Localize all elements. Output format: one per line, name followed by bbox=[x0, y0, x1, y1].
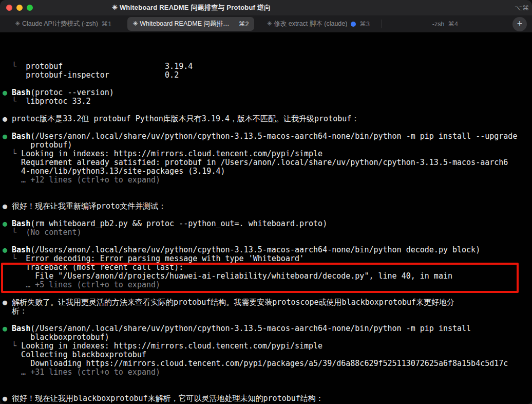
terminal-line: ● Bash(/Users/anon/.local/share/uv/pytho… bbox=[3, 324, 532, 333]
terminal-line: └ Error decoding: Error parsing message … bbox=[3, 254, 532, 263]
terminal-line: └ Looking in indexes: https://mirrors.cl… bbox=[3, 342, 532, 351]
terminal-line: ● protoc版本是33.2但 protobuf Python库版本只有3.1… bbox=[3, 115, 532, 123]
tab-label: ✳ Whiteboard README 问题排查与 P… bbox=[132, 20, 235, 28]
keyboard-shortcut-hint: ⌥⌘ bbox=[515, 0, 529, 15]
terminal-line: Collecting blackboxprotobuf bbox=[3, 351, 532, 359]
message-bullet-icon: ● bbox=[3, 394, 12, 403]
terminal-line: ● Bash(rm whiteboard_pb2.py && protoc --… bbox=[3, 219, 532, 228]
tab-3[interactable]: ✳ 修改 extract 脚本 (claude)⌘3 bbox=[255, 15, 382, 32]
terminal-line: Downloading https://mirrors.cloud.tencen… bbox=[3, 359, 532, 368]
tab-shortcut: ⌘4 bbox=[448, 20, 458, 28]
terminal-line: blackboxprotobuf) bbox=[3, 333, 532, 342]
tool-bullet-icon: ● bbox=[3, 88, 12, 97]
tab-4[interactable]: -zsh⌘4 bbox=[382, 15, 508, 32]
new-tab-button[interactable]: + bbox=[512, 17, 527, 31]
terminal-line: └ Looking in indexes: https://mirrors.cl… bbox=[3, 150, 532, 158]
terminal-line: ● 解析失败了。让我用更灵活的方法来查看实际的protobuf结构。我需要安装p… bbox=[3, 298, 532, 307]
title-bar: ✳ Whiteboard README 问题排查与 Protobuf 逆向 ⌥⌘ bbox=[0, 0, 532, 15]
tab-shortcut: ⌘1 bbox=[102, 20, 111, 28]
close-button[interactable] bbox=[6, 5, 12, 11]
terminal-line bbox=[3, 80, 532, 88]
tab-bar: ✳ Claude API计费模式 (-zsh)⌘1✳ Whiteboard RE… bbox=[0, 15, 532, 33]
terminal-line bbox=[3, 377, 532, 385]
terminal-line: protobuf) bbox=[3, 141, 532, 150]
terminal-line bbox=[3, 237, 532, 246]
terminal-body[interactable]: └ protobuf 3.19.4 protobuf-inspector 0.2… bbox=[0, 33, 532, 404]
terminal-line bbox=[3, 316, 532, 324]
terminal-line: … +5 lines (ctrl+o to expand) bbox=[3, 281, 532, 289]
terminal-line: ● Bash(protoc --version) bbox=[3, 88, 532, 97]
tool-bullet-icon: ● bbox=[3, 324, 12, 333]
terminal-line: └ (No content) bbox=[3, 228, 532, 237]
terminal-window: ✳ Whiteboard README 问题排查与 Protobuf 逆向 ⌥⌘… bbox=[0, 0, 532, 404]
terminal-line: 4-none/lib/python3.13/site-packages (3.1… bbox=[3, 167, 532, 176]
tool-bullet-icon: ● bbox=[3, 219, 12, 228]
tab-label: -zsh bbox=[432, 21, 445, 28]
tab-label: ✳ Claude API计费模式 (-zsh) bbox=[15, 20, 98, 28]
terminal-line: … +12 lines (ctrl+o to expand) bbox=[3, 176, 532, 185]
tab-label: ✳ 修改 extract 脚本 (claude) bbox=[267, 20, 347, 28]
tool-bullet-icon: ● bbox=[3, 245, 12, 254]
terminal-line bbox=[3, 289, 532, 298]
terminal-line: ● Bash(/Users/anon/.local/share/uv/pytho… bbox=[3, 246, 532, 254]
terminal-line: Traceback (most recent call last): bbox=[3, 263, 532, 272]
message-bullet-icon: ● bbox=[3, 201, 12, 211]
traffic-lights bbox=[6, 5, 33, 11]
tab-1[interactable]: ✳ Claude API计费模式 (-zsh)⌘1 bbox=[0, 15, 126, 32]
terminal-line bbox=[3, 106, 532, 115]
terminal-line: └ protobuf 3.19.4 bbox=[3, 62, 532, 71]
terminal-line: protobuf-inspector 0.2 bbox=[3, 71, 532, 80]
tab-shortcut: ⌘2 bbox=[239, 20, 249, 28]
terminal-line: └ libprotoc 33.2 bbox=[3, 97, 532, 106]
tab-shortcut: ⌘3 bbox=[359, 20, 369, 28]
terminal-line: ● 很好！现在让我重新编译proto文件并测试： bbox=[3, 202, 532, 211]
window-title: ✳ Whiteboard README 问题排查与 Protobuf 逆向 bbox=[112, 0, 271, 15]
terminal-line bbox=[3, 193, 532, 202]
terminal-line bbox=[3, 211, 532, 219]
tab-2[interactable]: ✳ Whiteboard README 问题排查与 P…⌘2 bbox=[127, 17, 254, 31]
terminal-line bbox=[3, 385, 532, 394]
terminal-line: ● 很好！现在让我用blackboxprotobuf来解析，它可以灵活地处理未知… bbox=[3, 394, 532, 403]
terminal-line: File "/Users/anon/d/projects/huawei-ai-r… bbox=[3, 272, 532, 281]
terminal-line: … +31 lines (ctrl+o to expand) bbox=[3, 368, 532, 377]
terminal-line bbox=[3, 123, 532, 132]
tool-bullet-icon: ● bbox=[3, 132, 12, 141]
minimize-button[interactable] bbox=[16, 5, 23, 11]
terminal-line: Requirement already satisfied: protobuf … bbox=[3, 158, 532, 167]
terminal-line: 析： bbox=[3, 307, 532, 316]
terminal-line: ● Bash(/Users/anon/.local/share/uv/pytho… bbox=[3, 132, 532, 141]
message-bullet-icon: ● bbox=[3, 114, 12, 123]
message-bullet-icon: ● bbox=[3, 298, 12, 307]
terminal-line bbox=[3, 185, 532, 193]
new-tab-area: + bbox=[508, 15, 532, 32]
zoom-button[interactable] bbox=[27, 5, 33, 11]
activity-dot-icon bbox=[351, 22, 356, 27]
